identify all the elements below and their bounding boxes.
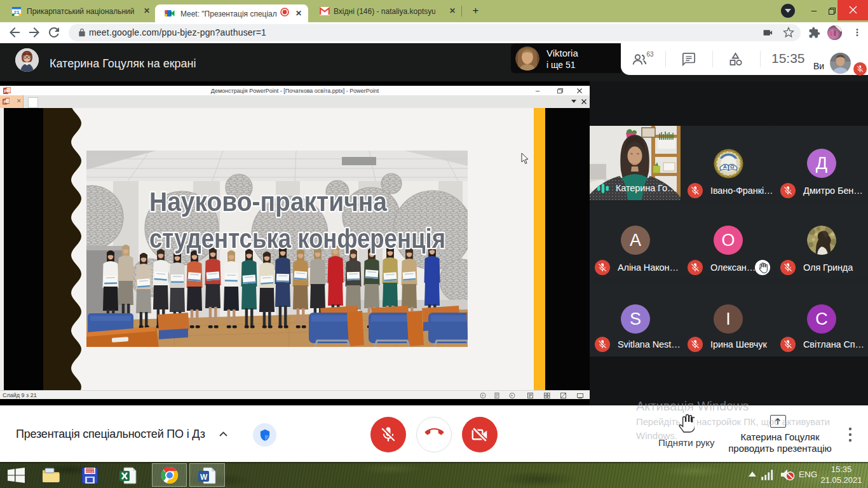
- svg-text:Ω: Ω: [730, 164, 735, 170]
- svg-text:Α: Α: [723, 164, 727, 170]
- svg-text:студентська конференція: студентська конференція: [149, 224, 445, 254]
- svg-text:P: P: [3, 99, 6, 105]
- svg-text:21: 21: [14, 10, 20, 15]
- svg-text:W: W: [200, 473, 208, 482]
- svg-text:Науково-практична: Науково-практична: [149, 187, 388, 217]
- svg-text:63: 63: [647, 51, 654, 58]
- svg-text:64: 64: [91, 470, 95, 474]
